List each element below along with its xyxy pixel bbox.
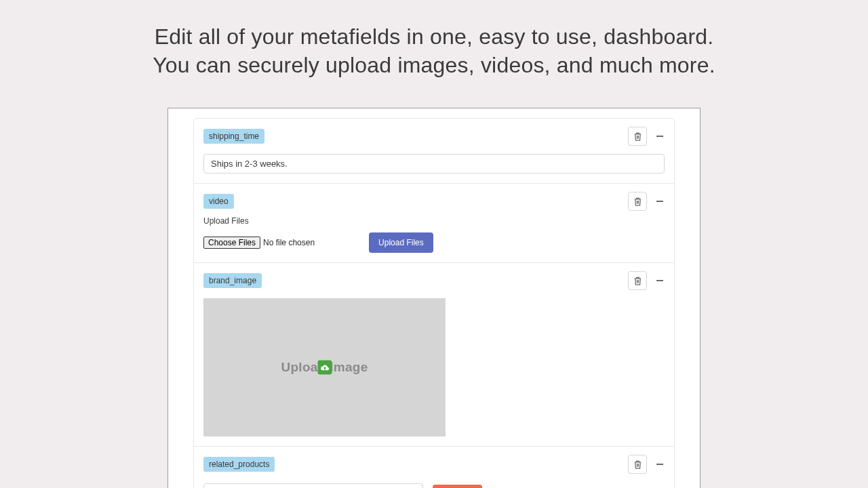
metafields-list: shipping_time video — [193, 118, 675, 488]
metafield-row-shipping-time: shipping_time — [194, 119, 674, 184]
collapse-button[interactable] — [655, 276, 665, 285]
collapse-button[interactable] — [655, 197, 665, 206]
collapse-button[interactable] — [655, 460, 665, 469]
shipping-time-input[interactable] — [203, 154, 665, 174]
headline-line-1: Edit all of your metafields in one, easy… — [0, 23, 868, 52]
metafield-row-video: video Upload Files Choose Files No file … — [194, 184, 674, 263]
choose-files-button[interactable]: Choose Files — [203, 237, 260, 249]
upload-files-label: Upload Files — [203, 216, 665, 226]
collapse-button[interactable] — [655, 131, 665, 141]
related-product-input[interactable] — [203, 483, 423, 488]
upload-files-button[interactable]: Upload Files — [369, 232, 433, 253]
cloud-upload-icon — [317, 361, 332, 375]
trash-icon — [633, 197, 642, 207]
trash-icon — [633, 131, 642, 142]
trash-icon — [633, 460, 642, 470]
metafield-tag: related_products — [203, 457, 275, 472]
image-dropzone[interactable]: Upload Image — [203, 298, 446, 436]
remove-button[interactable]: Remove — [433, 485, 482, 488]
delete-button[interactable] — [628, 127, 647, 146]
metafield-tag: video — [203, 194, 234, 209]
metafield-row-brand-image: brand_image Upload Image — [194, 263, 674, 447]
delete-button[interactable] — [628, 455, 647, 474]
headline-line-2: You can securely upload images, videos, … — [0, 52, 868, 80]
no-file-chosen-text: No file chosen — [263, 238, 315, 247]
delete-button[interactable] — [628, 192, 647, 211]
metafield-tag: brand_image — [203, 273, 262, 288]
metafield-tag: shipping_time — [203, 129, 264, 144]
delete-button[interactable] — [628, 271, 647, 290]
page-headline: Edit all of your metafields in one, easy… — [0, 0, 868, 79]
metafield-row-related-products: related_products Remove — [194, 447, 674, 488]
dashboard-panel: shipping_time video — [167, 108, 701, 488]
trash-icon — [633, 276, 642, 286]
